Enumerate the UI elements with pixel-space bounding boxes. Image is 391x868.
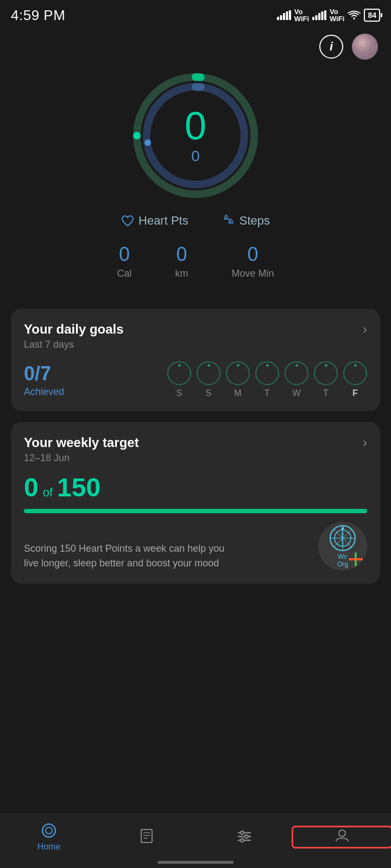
day-s2: S [197,361,220,398]
day-t1: T [255,361,279,398]
nav-home-label: Home [37,842,61,852]
day-circle-t2 [314,361,338,385]
daily-goals-title: Your daily goals [24,322,124,337]
progress-fill [24,509,367,513]
info-button[interactable]: i [319,35,343,59]
svg-rect-9 [324,10,326,20]
achieved-value: 0/7 [24,362,64,385]
cal-label: Cal [117,268,131,279]
daily-goals-subtitle: Last 7 days [24,339,124,350]
day-dot [237,364,239,367]
weekly-target-card[interactable]: Your weekly target 12–18 Jun › 0 of 150 … [11,422,380,584]
metric-labels: Heart Pts Steps [121,214,270,228]
daily-goals-chevron: › [363,322,367,337]
day-label-t2: T [323,388,329,398]
km-stat: 0 km [175,243,188,279]
avatar-image [352,34,378,60]
day-circle-m [226,361,250,385]
svg-point-37 [241,839,244,842]
day-t2: T [314,361,338,398]
plus-svg [348,551,364,567]
achieved-label: Achieved [24,386,64,398]
nav-profile[interactable] [293,827,391,847]
day-dot [266,364,269,367]
weekly-target-subtitle: 12–18 Jun [24,452,139,464]
status-right: VoWiFi VoWiFi 84 [277,8,380,22]
activity-ring-section: 0 0 Heart Pts Steps 0 Cal [0,65,391,296]
svg-rect-8 [321,11,324,20]
weekly-target-title: Your weekly target [24,435,139,450]
status-time: 4:59 PM [11,7,65,24]
goals-achieved-row: 0/7 Achieved S S [24,361,367,398]
svg-point-22 [342,527,344,529]
nav-home[interactable]: Home [0,822,98,852]
activity-ring: 0 0 [130,71,261,201]
svg-rect-4 [289,10,291,20]
nav-explore[interactable] [195,827,293,847]
steps-label: Steps [221,214,270,228]
weekly-target-header: Your weekly target 12–18 Jun › [24,435,367,464]
daily-goals-title-group: Your daily goals Last 7 days [24,322,124,350]
daily-goals-card[interactable]: Your daily goals Last 7 days › 0/7 Achie… [11,309,380,411]
heart-icon [121,215,134,227]
day-f: F [343,361,367,398]
day-dot [354,364,357,367]
nav-journal[interactable] [98,827,195,847]
weekly-description: Scoring 150 Heart Points a week can help… [24,541,230,571]
day-dot [207,364,210,367]
weekly-target-title-group: Your weekly target 12–18 Jun [24,435,139,464]
achieved-info: 0/7 Achieved [24,362,64,398]
weekly-score: 0 of 150 [24,473,367,502]
vo-wifi-label-1: VoWiFi [294,8,309,22]
ring-center: 0 0 [185,106,206,165]
battery-indicator: 84 [364,9,380,22]
move-min-label: Move Min [231,268,274,279]
plus-icon [346,550,365,569]
score-zero: 0 [24,473,39,502]
cal-stat: 0 Cal [117,243,131,279]
day-dot [325,364,327,367]
svg-rect-28 [141,829,152,843]
signal-icon [277,10,291,20]
day-label-s2: S [206,388,212,398]
score-of: of [43,486,53,500]
svg-rect-2 [283,13,285,20]
day-m: M [226,361,250,398]
day-label-s1: S [176,388,182,398]
km-value: 0 [175,243,188,266]
day-label-m: M [234,388,241,398]
km-label: km [175,268,188,279]
day-circle-f [343,361,367,385]
home-indicator [157,861,234,864]
day-dot [295,364,298,367]
wifi-icon [348,10,361,20]
svg-point-15 [144,139,151,146]
cal-value: 0 [117,243,131,266]
day-dot [178,364,181,367]
day-label-t1: T [264,388,270,398]
who-emblem-svg [329,525,356,552]
svg-rect-0 [277,17,279,20]
svg-rect-5 [312,17,314,20]
header-icons: i [0,28,391,65]
who-logo: WoOrg [318,522,367,571]
day-w: W [285,361,308,398]
weekly-target-chevron: › [363,435,367,450]
day-circle-s2 [197,361,220,385]
explore-icon [236,827,253,844]
svg-rect-1 [280,15,282,20]
vo-wifi-label-2: VoWiFi [330,8,344,22]
day-circle-t1 [255,361,279,385]
avatar[interactable] [352,34,378,60]
stats-row: 0 Cal 0 km 0 Move Min [95,243,295,279]
daily-goals-header: Your daily goals Last 7 days › [24,322,367,350]
score-target: 150 [57,473,100,502]
day-label-f: F [352,388,358,398]
svg-point-14 [133,132,141,139]
svg-rect-7 [318,13,320,20]
weekly-bottom: Scoring 150 Heart Points a week can help… [24,522,367,571]
home-icon [41,822,57,839]
day-circle-s1 [167,361,191,385]
status-bar: 4:59 PM VoWiFi VoWiFi 84 [0,0,391,28]
day-label-w: W [292,388,300,398]
